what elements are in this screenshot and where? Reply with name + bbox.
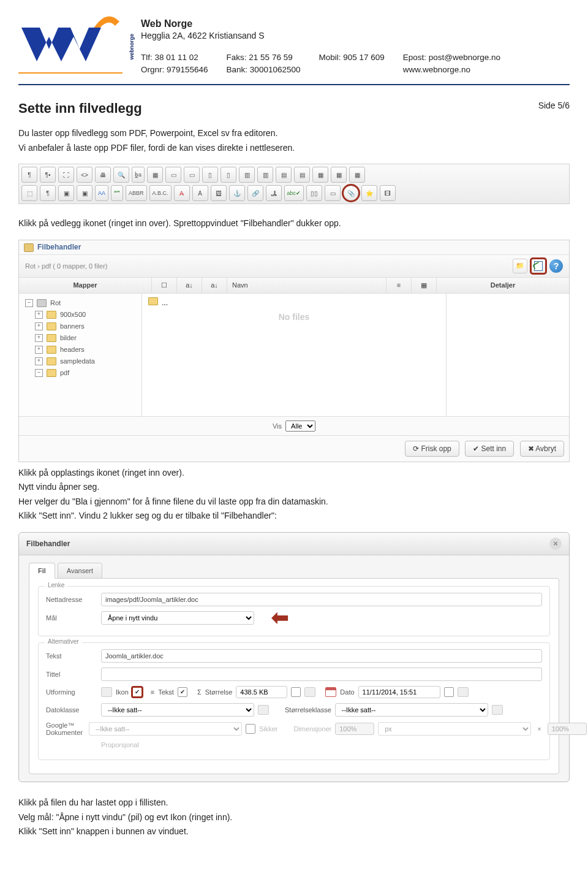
edit-storrelseklasse-icon[interactable] <box>492 705 503 715</box>
tree-item-sampledata[interactable]: +sampledata <box>19 356 141 367</box>
tb-rowdel-icon[interactable]: ▭ <box>184 167 200 183</box>
tb-cell4-icon[interactable]: ▤ <box>294 167 310 183</box>
tb-cell3-icon[interactable]: ▤ <box>276 167 292 183</box>
label-nettadresse: Nettadresse <box>46 596 95 603</box>
intro-paragraph: Du laster opp filvedlegg som PDF, Powerp… <box>18 128 570 154</box>
no-files-label: No files <box>142 312 446 322</box>
checkbox-ikon[interactable] <box>132 687 142 697</box>
tb-spell-icon[interactable]: abc✔ <box>284 185 304 201</box>
tb-print-icon[interactable]: 🖶 <box>95 167 111 183</box>
utforming-storrelse-label: Størrelse <box>205 688 233 696</box>
editor-toolbar: ¶ ¶• ⛶ <> 🖶 🔍 b̲a ▦ ▭ ▭ ▯ ▯ ▥ ▥ ▤ ▤ ▦ ▦ … <box>18 164 570 204</box>
vis-label: Vis <box>273 422 282 430</box>
label-maal: Mål <box>46 614 95 622</box>
ikon-thumb-icon <box>101 687 112 697</box>
col-detaljer: Detaljer <box>437 278 569 293</box>
sett-inn-button[interactable]: ✔ Sett inn <box>465 441 514 457</box>
tb-split2-icon[interactable]: ▯▯ <box>306 185 322 201</box>
tb-col-icon[interactable]: ▯ <box>202 167 218 183</box>
fb-title: Filbehandler <box>19 240 569 255</box>
tb-pic-icon[interactable]: 🏞 <box>266 185 282 201</box>
tree-item-900x500[interactable]: +900x500 <box>19 309 141 321</box>
file-list-area[interactable]: ... No files <box>142 294 447 416</box>
tb-abbr-icon[interactable]: ABBR <box>126 185 147 201</box>
tb-underline-a-icon[interactable]: A <box>192 185 208 201</box>
tb-fontsize-icon[interactable]: AA <box>95 185 108 201</box>
calendar-icon <box>325 687 336 697</box>
vis-select[interactable]: Alle <box>285 421 315 432</box>
tb-find-icon[interactable]: 🔍 <box>113 167 129 183</box>
tb-row-icon[interactable]: ▭ <box>165 167 181 183</box>
col-list-icon[interactable]: ≡ <box>386 278 412 293</box>
tree-item-headers[interactable]: +headers <box>19 344 141 356</box>
label-sikker: Sikker <box>259 725 278 733</box>
tb-anchor-icon[interactable]: ⚓ <box>229 185 245 201</box>
help-icon[interactable]: ? <box>549 259 563 273</box>
tb-image-icon[interactable]: 🖼 <box>211 185 227 201</box>
col-sort1-icon[interactable]: a↓ <box>177 278 202 293</box>
select-datoklasse[interactable]: --Ikke satt-- <box>101 703 254 717</box>
tb-quote-icon[interactable]: ❝❞ <box>111 185 123 201</box>
tb-code-icon[interactable]: <> <box>77 167 92 183</box>
col-sort2-icon[interactable]: a↓ <box>202 278 227 293</box>
checkbox-tekst[interactable] <box>178 687 187 697</box>
input-storrelse[interactable] <box>236 686 287 698</box>
tb-coldel-icon[interactable]: ▯ <box>221 167 236 183</box>
input-tittel[interactable] <box>101 668 542 681</box>
tb-select-icon[interactable]: ⬚ <box>21 185 37 201</box>
edit-datoklasse-icon[interactable] <box>258 705 269 715</box>
tb-film-icon[interactable]: 🎞 <box>380 185 396 201</box>
tree-item-bilder[interactable]: +bilder <box>19 332 141 344</box>
label-tekst: Tekst <box>46 652 95 660</box>
tb-splitrow-icon[interactable]: ▦ <box>349 167 365 183</box>
tree-item-banners[interactable]: +banners <box>19 321 141 332</box>
checkbox-storrelse[interactable] <box>291 687 301 697</box>
tb-strike-icon[interactable]: A̶ <box>174 185 190 201</box>
checkbox-dato[interactable] <box>444 687 454 697</box>
avbryt-button[interactable]: ✖ Avbryt <box>520 441 564 457</box>
dialog-close-icon[interactable]: × <box>549 538 562 550</box>
tb-paragraph-left-icon[interactable]: ¶ <box>21 167 37 183</box>
up-dir[interactable]: ... <box>162 299 168 307</box>
upload-icon[interactable] <box>531 259 546 273</box>
tb-link-icon[interactable]: 🔗 <box>247 185 263 201</box>
select-storrelseklasse[interactable]: --Ikke satt-- <box>335 703 488 717</box>
frisk-opp-button[interactable]: ⟳ Frisk opp <box>405 441 459 457</box>
tb-merge-icon[interactable]: ▦ <box>312 167 328 183</box>
tb-paragraph-right-icon[interactable]: ¶• <box>40 167 56 183</box>
input-tekst[interactable] <box>101 649 542 663</box>
col-grid-icon[interactable]: ▦ <box>412 278 437 293</box>
para2: Klikk på vedlegg ikonet (ringet inn over… <box>18 218 570 230</box>
tb-layerdel-icon[interactable]: ▣ <box>77 185 92 201</box>
tb-attachment-icon[interactable]: 📎 <box>343 185 359 201</box>
tree-item-rot[interactable]: −Rot <box>19 297 141 309</box>
tree-item-pdf[interactable]: −pdf <box>19 367 141 379</box>
edit-storrelse-icon[interactable] <box>304 687 315 697</box>
orgnr: Orgnr: 979155646 <box>141 64 208 76</box>
fieldset-alternativer: Alternativer <box>45 638 82 645</box>
tb-ba-icon[interactable]: b̲a <box>132 167 145 183</box>
para4-l3: Klikk "Sett inn" knappen i bunnen av vin… <box>18 826 570 838</box>
tb-fullscreen-icon[interactable]: ⛶ <box>58 167 74 183</box>
edit-dato-icon[interactable] <box>458 687 469 697</box>
fb-breadcrumb: Rot › pdf ( 0 mapper, 0 filer) <box>25 262 108 270</box>
tb-abc-icon[interactable]: A.B.C. <box>149 185 172 201</box>
select-maal[interactable]: Åpne i nytt vindu <box>101 611 254 625</box>
tb-split-icon[interactable]: ▦ <box>331 167 347 183</box>
tb-table-icon[interactable]: ▦ <box>147 167 163 183</box>
tab-fil[interactable]: Fil <box>29 563 55 579</box>
input-dato[interactable] <box>358 686 440 698</box>
para3-l2: Nytt vindu åpner seg. <box>18 481 570 493</box>
label-dimensjoner: Dimensjoner <box>293 725 331 733</box>
tb-cell1-icon[interactable]: ▥ <box>239 167 255 183</box>
tb-cell2-icon[interactable]: ▥ <box>257 167 273 183</box>
tb-para-icon[interactable]: ¶ <box>40 185 56 201</box>
tb-layer-icon[interactable]: ▣ <box>58 185 74 201</box>
tab-avansert[interactable]: Avansert <box>58 563 102 579</box>
tb-star-icon[interactable]: ⭐ <box>361 185 377 201</box>
intro-line1: Du laster opp filvedlegg som PDF, Powerp… <box>18 128 570 140</box>
tb-doc-icon[interactable]: ▭ <box>325 185 341 201</box>
input-nettadresse[interactable] <box>101 593 542 606</box>
folder-new-icon[interactable]: 📁 <box>513 259 527 273</box>
col-navn: Navn <box>227 278 386 293</box>
